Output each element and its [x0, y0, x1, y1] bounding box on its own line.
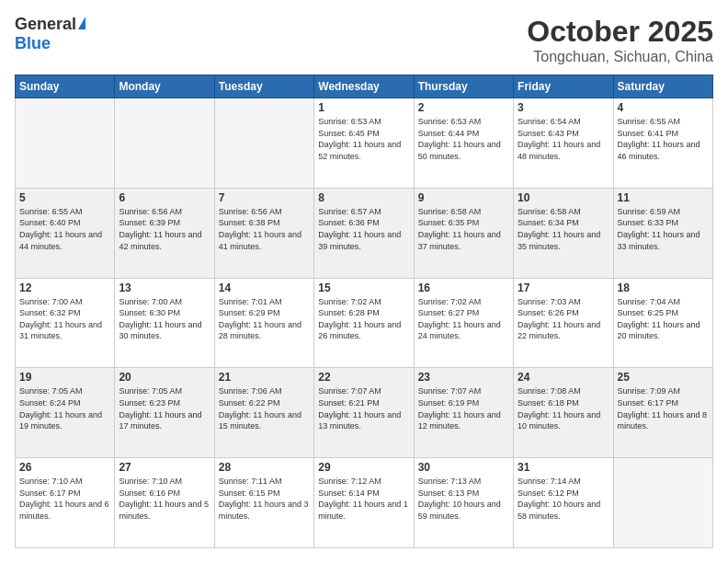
day-number: 30	[418, 461, 509, 474]
title-block: October 2025 Tongchuan, Sichuan, China	[527, 15, 713, 65]
calendar-cell: 22Sunrise: 7:07 AM Sunset: 6:21 PM Dayli…	[314, 368, 414, 458]
day-number: 1	[318, 101, 409, 114]
day-info: Sunrise: 7:09 AM Sunset: 6:17 PM Dayligh…	[618, 385, 709, 431]
day-info: Sunrise: 7:00 AM Sunset: 6:32 PM Dayligh…	[19, 296, 110, 342]
calendar-week-4: 19Sunrise: 7:05 AM Sunset: 6:24 PM Dayli…	[16, 368, 713, 458]
calendar-cell: 26Sunrise: 7:10 AM Sunset: 6:17 PM Dayli…	[16, 458, 115, 548]
calendar-cell	[214, 98, 313, 189]
day-info: Sunrise: 7:13 AM Sunset: 6:13 PM Dayligh…	[418, 476, 509, 522]
calendar-cell: 3Sunrise: 6:54 AM Sunset: 6:43 PM Daylig…	[514, 98, 613, 189]
calendar-cell: 25Sunrise: 7:09 AM Sunset: 6:17 PM Dayli…	[613, 368, 712, 458]
day-info: Sunrise: 6:55 AM Sunset: 6:41 PM Dayligh…	[618, 116, 709, 162]
day-number: 17	[518, 282, 609, 294]
day-number: 16	[418, 282, 509, 294]
day-number: 28	[219, 461, 310, 474]
calendar-week-1: 1Sunrise: 6:53 AM Sunset: 6:45 PM Daylig…	[16, 98, 713, 189]
calendar-cell: 9Sunrise: 6:58 AM Sunset: 6:35 PM Daylig…	[414, 188, 513, 278]
day-number: 11	[618, 191, 709, 204]
calendar-cell: 18Sunrise: 7:04 AM Sunset: 6:25 PM Dayli…	[613, 278, 712, 368]
day-number: 18	[618, 282, 709, 294]
day-number: 6	[119, 191, 210, 204]
calendar-cell: 29Sunrise: 7:12 AM Sunset: 6:14 PM Dayli…	[314, 458, 414, 548]
day-info: Sunrise: 7:05 AM Sunset: 6:24 PM Dayligh…	[19, 385, 110, 431]
calendar-cell: 15Sunrise: 7:02 AM Sunset: 6:28 PM Dayli…	[314, 278, 414, 368]
day-header-saturday: Saturday	[613, 75, 712, 98]
day-number: 19	[19, 371, 110, 384]
day-header-wednesday: Wednesday	[314, 75, 414, 98]
day-header-friday: Friday	[514, 75, 613, 98]
day-header-monday: Monday	[115, 75, 214, 98]
day-number: 7	[219, 191, 310, 204]
location-title: Tongchuan, Sichuan, China	[527, 49, 713, 65]
day-info: Sunrise: 7:02 AM Sunset: 6:27 PM Dayligh…	[418, 296, 509, 342]
month-title: October 2025	[527, 15, 713, 49]
calendar-cell: 17Sunrise: 7:03 AM Sunset: 6:26 PM Dayli…	[514, 278, 613, 368]
calendar-cell: 11Sunrise: 6:59 AM Sunset: 6:33 PM Dayli…	[613, 188, 712, 278]
day-info: Sunrise: 6:58 AM Sunset: 6:35 PM Dayligh…	[418, 206, 509, 252]
day-number: 3	[518, 101, 609, 114]
day-info: Sunrise: 7:04 AM Sunset: 6:25 PM Dayligh…	[618, 296, 709, 342]
day-number: 14	[219, 282, 310, 294]
day-info: Sunrise: 7:14 AM Sunset: 6:12 PM Dayligh…	[518, 476, 609, 522]
day-info: Sunrise: 7:07 AM Sunset: 6:21 PM Dayligh…	[318, 385, 409, 431]
calendar-cell: 24Sunrise: 7:08 AM Sunset: 6:18 PM Dayli…	[514, 368, 613, 458]
calendar-cell: 27Sunrise: 7:10 AM Sunset: 6:16 PM Dayli…	[115, 458, 214, 548]
calendar-cell	[115, 98, 214, 189]
day-info: Sunrise: 7:08 AM Sunset: 6:18 PM Dayligh…	[518, 385, 609, 431]
logo-text: General	[15, 15, 85, 34]
day-info: Sunrise: 6:56 AM Sunset: 6:38 PM Dayligh…	[219, 206, 310, 252]
calendar-cell: 23Sunrise: 7:07 AM Sunset: 6:19 PM Dayli…	[414, 368, 513, 458]
calendar-cell: 5Sunrise: 6:55 AM Sunset: 6:40 PM Daylig…	[16, 188, 115, 278]
day-number: 10	[518, 191, 609, 204]
day-number: 13	[119, 282, 210, 294]
logo-general-text: General	[15, 15, 76, 34]
day-number: 25	[618, 371, 709, 384]
calendar-cell: 14Sunrise: 7:01 AM Sunset: 6:29 PM Dayli…	[214, 278, 313, 368]
calendar-cell: 8Sunrise: 6:57 AM Sunset: 6:36 PM Daylig…	[314, 188, 414, 278]
day-number: 12	[19, 282, 110, 294]
logo: General Blue	[15, 15, 85, 53]
day-info: Sunrise: 7:05 AM Sunset: 6:23 PM Dayligh…	[119, 385, 210, 431]
calendar-cell	[16, 98, 115, 189]
day-number: 4	[618, 101, 709, 114]
calendar-cell	[613, 458, 712, 548]
calendar-cell: 7Sunrise: 6:56 AM Sunset: 6:38 PM Daylig…	[214, 188, 313, 278]
calendar-week-2: 5Sunrise: 6:55 AM Sunset: 6:40 PM Daylig…	[16, 188, 713, 278]
day-info: Sunrise: 7:12 AM Sunset: 6:14 PM Dayligh…	[318, 476, 409, 522]
logo-triangle-icon	[78, 17, 85, 29]
day-info: Sunrise: 6:58 AM Sunset: 6:34 PM Dayligh…	[518, 206, 609, 252]
day-info: Sunrise: 7:10 AM Sunset: 6:17 PM Dayligh…	[19, 476, 110, 522]
calendar-table: SundayMondayTuesdayWednesdayThursdayFrid…	[15, 75, 713, 548]
calendar-cell: 19Sunrise: 7:05 AM Sunset: 6:24 PM Dayli…	[16, 368, 115, 458]
day-number: 23	[418, 371, 509, 384]
calendar-cell: 20Sunrise: 7:05 AM Sunset: 6:23 PM Dayli…	[115, 368, 214, 458]
day-info: Sunrise: 6:54 AM Sunset: 6:43 PM Dayligh…	[518, 116, 609, 162]
calendar-header-row: SundayMondayTuesdayWednesdayThursdayFrid…	[16, 75, 713, 98]
day-info: Sunrise: 7:03 AM Sunset: 6:26 PM Dayligh…	[518, 296, 609, 342]
calendar-cell: 2Sunrise: 6:53 AM Sunset: 6:44 PM Daylig…	[414, 98, 513, 189]
day-number: 8	[318, 191, 409, 204]
calendar-cell: 10Sunrise: 6:58 AM Sunset: 6:34 PM Dayli…	[514, 188, 613, 278]
day-info: Sunrise: 6:55 AM Sunset: 6:40 PM Dayligh…	[19, 206, 110, 252]
day-number: 21	[219, 371, 310, 384]
day-info: Sunrise: 6:59 AM Sunset: 6:33 PM Dayligh…	[618, 206, 709, 252]
page: General Blue October 2025 Tongchuan, Sic…	[0, 0, 728, 563]
calendar-cell: 4Sunrise: 6:55 AM Sunset: 6:41 PM Daylig…	[613, 98, 712, 189]
day-number: 22	[318, 371, 409, 384]
calendar-cell: 1Sunrise: 6:53 AM Sunset: 6:45 PM Daylig…	[314, 98, 414, 189]
calendar-cell: 13Sunrise: 7:00 AM Sunset: 6:30 PM Dayli…	[115, 278, 214, 368]
day-header-sunday: Sunday	[16, 75, 115, 98]
calendar-week-5: 26Sunrise: 7:10 AM Sunset: 6:17 PM Dayli…	[16, 458, 713, 548]
header: General Blue October 2025 Tongchuan, Sic…	[15, 15, 713, 65]
calendar-cell: 30Sunrise: 7:13 AM Sunset: 6:13 PM Dayli…	[414, 458, 513, 548]
logo-blue-text: Blue	[15, 34, 51, 53]
day-number: 15	[318, 282, 409, 294]
day-number: 5	[19, 191, 110, 204]
calendar-cell: 21Sunrise: 7:06 AM Sunset: 6:22 PM Dayli…	[214, 368, 313, 458]
day-number: 26	[19, 461, 110, 474]
calendar-cell: 28Sunrise: 7:11 AM Sunset: 6:15 PM Dayli…	[214, 458, 313, 548]
day-info: Sunrise: 6:56 AM Sunset: 6:39 PM Dayligh…	[119, 206, 210, 252]
calendar-cell: 6Sunrise: 6:56 AM Sunset: 6:39 PM Daylig…	[115, 188, 214, 278]
day-number: 24	[518, 371, 609, 384]
day-header-thursday: Thursday	[414, 75, 513, 98]
